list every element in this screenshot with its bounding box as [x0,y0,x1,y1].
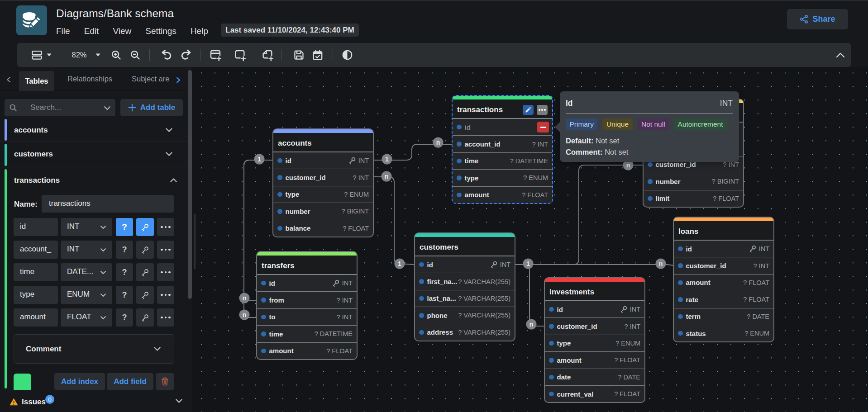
svg-text:1: 1 [258,156,261,163]
svg-text:n: n [529,321,534,328]
svg-text:1: 1 [398,260,401,267]
svg-text:n: n [385,173,389,180]
svg-text:1: 1 [385,156,389,163]
svg-text:n: n [243,311,247,318]
svg-text:n: n [626,161,630,169]
svg-text:n: n [659,260,663,267]
svg-text:1: 1 [526,260,530,267]
svg-text:n: n [436,139,440,146]
svg-text:n: n [243,294,247,302]
